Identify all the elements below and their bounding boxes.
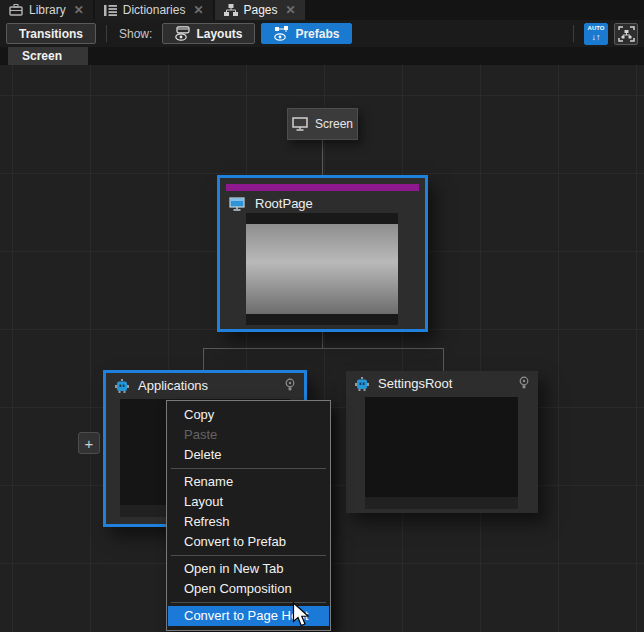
menu-item-layout[interactable]: Layout: [168, 492, 329, 512]
transitions-button[interactable]: Transitions: [6, 23, 96, 44]
menu-item-copy[interactable]: Copy: [168, 405, 329, 425]
mouse-cursor-icon: [292, 602, 310, 628]
briefcase-icon: [9, 4, 23, 16]
toolbar-separator: [106, 25, 107, 42]
menu-item-open-composition[interactable]: Open Composition: [168, 579, 329, 599]
node-title-row: RootPage: [220, 191, 425, 213]
menu-item-refresh[interactable]: Refresh: [168, 512, 329, 532]
prefab-eye-icon: [274, 26, 290, 41]
page-graph-canvas[interactable]: Screen RootPage +: [0, 65, 644, 632]
close-icon[interactable]: ✕: [286, 3, 296, 17]
tab-library[interactable]: Library ✕: [0, 0, 93, 20]
node-title-row: Applications: [106, 373, 304, 395]
show-label: Show:: [119, 27, 152, 41]
node-screen[interactable]: Screen: [287, 108, 358, 140]
rootpage-accent-bar: [226, 184, 419, 191]
thumbnail-preview: [246, 224, 398, 314]
node-label: SettingsRoot: [378, 376, 452, 391]
settingsroot-thumbnail: [365, 397, 518, 509]
node-label: RootPage: [255, 196, 313, 211]
layout-eye-icon: [175, 26, 191, 41]
document-tabbar: Library ✕ Dictionaries ✕ Pages ✕: [0, 0, 644, 20]
node-label: Applications: [138, 378, 208, 393]
thumbnail-bottom-strip: [365, 497, 518, 509]
auto-layout-button[interactable]: AUTO ↓↑: [584, 23, 608, 45]
fit-view-button[interactable]: [614, 23, 638, 45]
menu-item-paste: Paste: [168, 425, 329, 445]
monitor-icon: [292, 117, 308, 131]
auto-sync-icon: ↓↑: [592, 32, 601, 42]
node-title-row: SettingsRoot: [346, 371, 538, 393]
tab-label: Dictionaries: [123, 3, 186, 17]
rootpage-thumbnail: [246, 213, 398, 325]
tab-screen-composition[interactable]: Screen: [8, 47, 88, 65]
menu-item-convert-to-prefab[interactable]: Convert to Prefab: [168, 532, 329, 552]
list-icon: [104, 5, 117, 16]
node-rootpage[interactable]: RootPage: [217, 175, 428, 332]
menu-item-delete[interactable]: Delete: [168, 445, 329, 465]
connector-drop-settingsroot: [443, 348, 444, 372]
prefabs-label: Prefabs: [295, 27, 339, 41]
fit-view-icon: [618, 26, 635, 42]
page-monitor-icon: [229, 197, 246, 211]
menu-separator: [171, 468, 326, 469]
tab-label: Pages: [244, 3, 278, 17]
tab-label: Library: [29, 3, 66, 17]
toolbar-separator: [573, 25, 574, 42]
thumbnail-bottom-strip: [246, 314, 398, 325]
lightbulb-icon[interactable]: [285, 378, 295, 393]
node-label: Screen: [315, 117, 353, 131]
hierarchy-icon: [224, 4, 238, 16]
context-menu: Copy Paste Delete Rename Layout Refresh …: [166, 400, 331, 631]
menu-separator: [171, 555, 326, 556]
connector-rootpage-stub: [322, 332, 323, 348]
composition-tabbar: Screen: [0, 47, 644, 65]
prefabs-toggle-button[interactable]: Prefabs: [261, 23, 352, 44]
auto-label: AUTO: [588, 25, 605, 32]
thumbnail-top-strip: [246, 213, 398, 224]
connector-branch: [203, 348, 444, 349]
layouts-label: Layouts: [196, 27, 242, 41]
prefab-robot-icon: [115, 379, 129, 393]
layouts-toggle-button[interactable]: Layouts: [162, 23, 255, 44]
menu-item-open-in-new-tab[interactable]: Open in New Tab: [168, 559, 329, 579]
thumbnail-preview: [365, 397, 518, 497]
prefab-robot-icon: [355, 377, 369, 391]
add-page-button[interactable]: +: [78, 432, 100, 454]
close-icon[interactable]: ✕: [74, 3, 84, 17]
pages-editor-window: Library ✕ Dictionaries ✕ Pages ✕: [0, 0, 644, 632]
connector-drop-applications: [203, 348, 204, 370]
toolbar: Transitions Show: Layouts Prefabs: [0, 20, 644, 47]
connector-screen-rootpage: [322, 140, 323, 175]
close-icon[interactable]: ✕: [193, 3, 203, 17]
lightbulb-icon[interactable]: [519, 376, 529, 391]
tab-dictionaries[interactable]: Dictionaries ✕: [95, 0, 213, 20]
menu-item-rename[interactable]: Rename: [168, 472, 329, 492]
tab-pages[interactable]: Pages ✕: [215, 0, 305, 20]
node-settingsroot[interactable]: SettingsRoot: [346, 371, 538, 513]
